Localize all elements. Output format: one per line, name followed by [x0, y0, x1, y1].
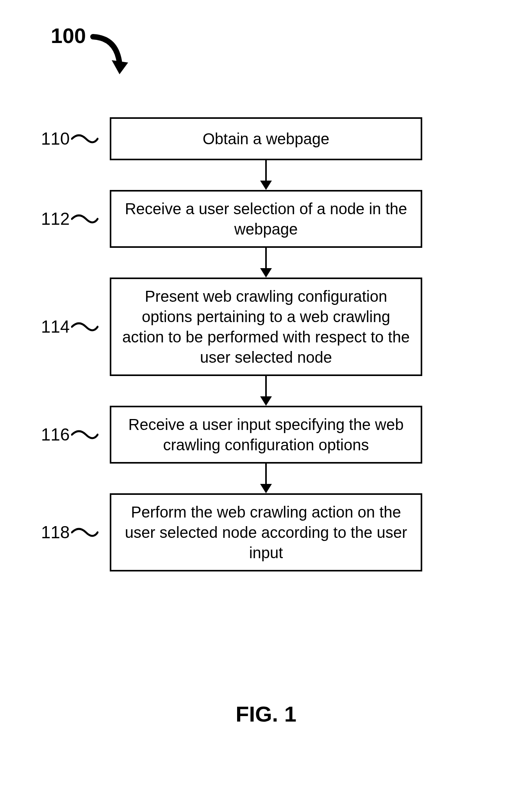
flow-connector — [260, 464, 272, 493]
step-ref-number: 112 — [41, 209, 70, 229]
step-ref-label: 110 — [41, 129, 98, 149]
arrow-down-icon — [260, 484, 272, 493]
arrow-down-icon — [260, 181, 272, 190]
flowchart: 110 Obtain a webpage 112 Receive a user … — [0, 117, 532, 571]
step-ref-label: 112 — [41, 209, 98, 229]
step-ref-label: 116 — [41, 425, 98, 444]
figure-ref-number: 100 — [51, 23, 86, 48]
step-ref-number: 110 — [41, 129, 70, 149]
step-box: Receive a user selection of a node in th… — [110, 190, 422, 248]
step-ref-number: 116 — [41, 425, 70, 444]
step-ref-number: 118 — [41, 523, 70, 542]
lead-line-icon — [71, 525, 98, 540]
step-box: Receive a user input specifying the web … — [110, 406, 422, 464]
connector-line — [265, 248, 267, 268]
step-ref-label: 118 — [41, 523, 98, 542]
arrow-down-icon — [260, 396, 272, 406]
step-box: Obtain a webpage — [110, 117, 422, 160]
lead-line-icon — [71, 319, 98, 335]
step-row: 112 Receive a user selection of a node i… — [0, 190, 532, 248]
flow-connector — [260, 160, 272, 190]
step-ref-label: 114 — [41, 317, 98, 337]
step-row: 116 Receive a user input specifying the … — [0, 406, 532, 464]
flow-connector — [260, 248, 272, 278]
step-row: 114 Present web crawling configuration o… — [0, 278, 532, 376]
lead-line-icon — [71, 211, 98, 227]
connector-line — [265, 160, 267, 181]
figure-reference: 100 — [51, 23, 132, 79]
svg-marker-0 — [112, 60, 128, 74]
curved-arrow-icon — [89, 32, 132, 79]
step-text: Perform the web crawling action on the u… — [121, 502, 411, 563]
connector-line — [265, 464, 267, 484]
lead-line-icon — [71, 427, 98, 442]
arrow-down-icon — [260, 268, 272, 278]
connector-line — [265, 376, 267, 396]
step-ref-number: 114 — [41, 317, 70, 337]
step-row: 118 Perform the web crawling action on t… — [0, 493, 532, 571]
lead-line-icon — [71, 131, 98, 147]
flow-connector — [260, 376, 272, 406]
step-row: 110 Obtain a webpage — [0, 117, 532, 160]
step-text: Obtain a webpage — [203, 129, 330, 149]
step-text: Present web crawling configuration optio… — [121, 286, 411, 367]
figure-caption: FIG. 1 — [0, 701, 532, 727]
step-box: Present web crawling configuration optio… — [110, 278, 422, 376]
step-box: Perform the web crawling action on the u… — [110, 493, 422, 571]
step-text: Receive a user input specifying the web … — [121, 414, 411, 455]
step-text: Receive a user selection of a node in th… — [121, 199, 411, 239]
